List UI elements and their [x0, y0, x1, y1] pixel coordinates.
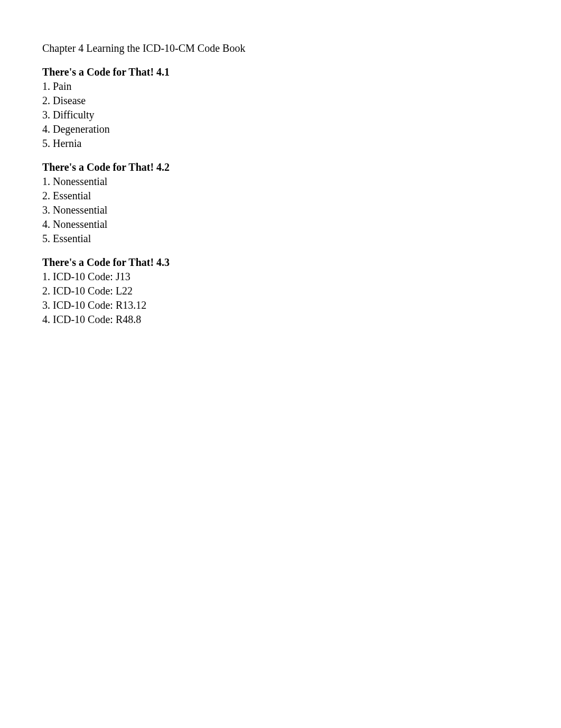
list-item: 2. Essential [42, 189, 519, 203]
list-item: 1. Pain [42, 79, 519, 94]
list-item: 4. ICD-10 Code: R48.8 [42, 312, 519, 327]
list-item: 2. ICD-10 Code: L22 [42, 284, 519, 298]
list-item: 3. Nonessential [42, 203, 519, 217]
section-4-2: There's a Code for That! 4.2 1. Nonessen… [42, 160, 519, 246]
chapter-title: Chapter 4 Learning the ICD-10-CM Code Bo… [42, 41, 519, 56]
list-item: 5. Essential [42, 232, 519, 246]
section-heading: There's a Code for That! 4.1 [42, 65, 519, 79]
section-4-1: There's a Code for That! 4.1 1. Pain 2. … [42, 65, 519, 151]
list-item: 1. Nonessential [42, 174, 519, 189]
section-heading: There's a Code for That! 4.2 [42, 160, 519, 174]
list-item: 1. ICD-10 Code: J13 [42, 270, 519, 284]
list-item: 2. Disease [42, 94, 519, 108]
list-item: 3. Difficulty [42, 108, 519, 122]
list-item: 4. Nonessential [42, 217, 519, 232]
list-item: 3. ICD-10 Code: R13.12 [42, 298, 519, 312]
list-item: 4. Degeneration [42, 122, 519, 136]
section-4-3: There's a Code for That! 4.3 1. ICD-10 C… [42, 255, 519, 327]
section-heading: There's a Code for That! 4.3 [42, 255, 519, 270]
list-item: 5. Hernia [42, 136, 519, 151]
